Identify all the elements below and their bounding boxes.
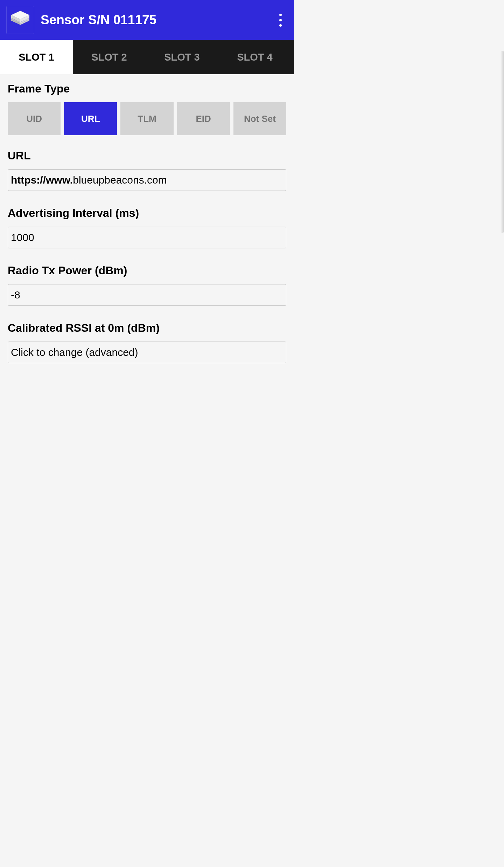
sensor-icon [6,6,34,34]
url-value: blueupbeacons.com [73,174,167,186]
tx-power-value: -8 [11,289,20,301]
tabs-overflow [291,40,294,74]
url-prefix: https://www. [11,174,73,186]
frame-type-tlm[interactable]: TLM [120,102,173,135]
frame-type-url[interactable]: URL [64,102,117,135]
frame-type-label: Frame Type [8,82,286,95]
frame-type-eid[interactable]: EID [177,102,230,135]
frame-type-selector: UID URL TLM EID Not Set [8,102,286,135]
slot-tabs: SLOT 1 SLOT 2 SLOT 3 SLOT 4 [0,40,294,74]
tab-slot-1[interactable]: SLOT 1 [0,40,73,74]
tab-slot-4[interactable]: SLOT 4 [218,40,291,74]
rssi-input[interactable]: Click to change (advanced) [8,342,286,363]
menu-overflow-icon[interactable] [273,13,288,27]
adv-interval-label: Advertising Interval (ms) [8,207,286,220]
tab-slot-3[interactable]: SLOT 3 [146,40,218,74]
tx-power-label: Radio Tx Power (dBm) [8,264,286,277]
frame-type-not-set[interactable]: Not Set [233,102,286,135]
url-label: URL [8,149,286,162]
adv-interval-input[interactable]: 1000 [8,227,286,248]
adv-interval-value: 1000 [11,232,34,243]
tab-slot-2[interactable]: SLOT 2 [73,40,146,74]
page-title: Sensor S/N 011175 [41,13,273,27]
frame-type-uid[interactable]: UID [8,102,61,135]
app-header: Sensor S/N 011175 [0,0,294,40]
rssi-placeholder: Click to change (advanced) [11,346,138,358]
url-input[interactable]: https://www.blueupbeacons.com [8,169,286,191]
tx-power-input[interactable]: -8 [8,284,286,306]
slot-content: Frame Type UID URL TLM EID Not Set URL h… [0,74,294,385]
rssi-label: Calibrated RSSI at 0m (dBm) [8,322,286,335]
